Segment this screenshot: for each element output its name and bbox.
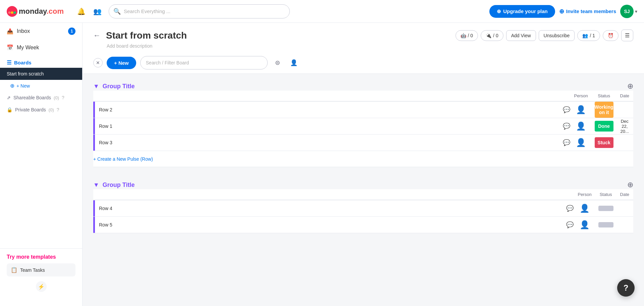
comment-icon[interactable]: 💬	[566, 221, 574, 228]
sidebar-item-inbox[interactable]: 📥 Inbox 1	[0, 23, 82, 40]
search-bar: 🔍	[109, 4, 290, 18]
group-2-chevron[interactable]: ▼	[93, 182, 99, 189]
row-status-cell[interactable]: Stuck	[592, 135, 616, 151]
activity-button[interactable]: ⏰	[603, 30, 619, 41]
sidebar-item-shareable-boards[interactable]: ⇗ Shareable Boards (0) ?	[0, 92, 82, 104]
row-status-cell[interactable]	[596, 200, 616, 217]
row-person-cell[interactable]: 👤	[570, 135, 592, 151]
close-filter-button[interactable]: ✕	[93, 58, 103, 67]
group-2-table-header-row: Person Status Date	[93, 189, 633, 200]
group-1: ▼ Group Title ⊕ Person Status Date	[93, 82, 633, 167]
group-1-title[interactable]: Group Title	[103, 83, 135, 90]
automations-button[interactable]: 🤖 / 0	[455, 30, 478, 41]
row-person-cell[interactable]: 👤	[574, 217, 595, 233]
group-2-title[interactable]: Group Title	[103, 182, 135, 189]
row-name: Row 5	[99, 222, 564, 227]
board-toolbar: ✕ + New ⊜ 👤	[83, 52, 633, 73]
row-person-cell[interactable]: 👤	[570, 118, 592, 135]
template-team-tasks[interactable]: 📋 Team Tasks	[7, 263, 75, 276]
help-fab-button[interactable]: ?	[617, 279, 635, 297]
unsubscribe-button[interactable]: Unsubscribe	[539, 30, 575, 41]
date-value: Dec 22, 20...	[619, 119, 631, 134]
logo-text: monday.com	[19, 7, 64, 16]
row-name: Row 2	[99, 107, 560, 112]
template-item-label: Team Tasks	[20, 267, 45, 273]
avatar-wrap: SJ ▾	[620, 5, 637, 18]
col-header-status: Status	[596, 189, 616, 200]
svg-point-2	[11, 11, 13, 14]
row-date-cell[interactable]	[616, 217, 633, 233]
integrations-label: / 0	[493, 33, 498, 38]
col-header-status: Status	[592, 91, 616, 101]
private-help-icon[interactable]: ?	[57, 107, 59, 112]
sidebar: 📥 Inbox 1 📅 My Week ☰ Boards Start from …	[0, 23, 83, 306]
integrations-button[interactable]: 🔌 / 0	[481, 30, 503, 41]
row-person-cell[interactable]: 👤	[570, 101, 592, 118]
try-templates-title: Try more templates	[7, 254, 75, 260]
comment-icon[interactable]: 💬	[566, 205, 574, 212]
upgrade-label: Upgrade your plan	[503, 8, 548, 14]
new-board-icon: ⊕	[10, 83, 14, 89]
more-options-button[interactable]: ☰	[621, 30, 633, 41]
search-filter-input[interactable]	[140, 56, 268, 69]
new-item-button[interactable]: + New	[107, 57, 136, 69]
group-2-add-column[interactable]: ⊕	[627, 181, 633, 189]
board-header: ← Start from scratch 🤖 / 0 🔌 / 0 Add Vie…	[83, 23, 644, 74]
inbox-icon: 📥	[7, 28, 13, 35]
row-status-cell[interactable]: Done	[592, 118, 616, 135]
shareable-count: (0)	[54, 95, 59, 100]
group-1-chevron[interactable]: ▼	[93, 83, 99, 90]
notifications-button[interactable]: 🔔	[75, 5, 87, 17]
back-button[interactable]: ←	[93, 31, 101, 40]
board-header-top: ← Start from scratch 🤖 / 0 🔌 / 0 Add Vie…	[93, 30, 633, 41]
search-input[interactable]	[109, 4, 290, 18]
sidebar-active-board[interactable]: Start from scratch	[0, 68, 82, 80]
row-name: Row 1	[99, 123, 560, 129]
upgrade-button[interactable]: ⊕ Upgrade your plan	[489, 5, 555, 18]
person-filter-button[interactable]: 👤	[288, 57, 300, 69]
persons-button[interactable]: 👥 / 1	[577, 30, 600, 41]
group-1-add-column[interactable]: ⊕	[627, 82, 633, 91]
avatar-caret-icon[interactable]: ▾	[635, 9, 637, 14]
table-row: Row 4 💬 👤	[93, 200, 633, 217]
row-status-cell[interactable]	[596, 217, 616, 233]
row-border	[93, 217, 95, 233]
status-badge: Done	[595, 121, 613, 132]
row-name-cell: Row 5 💬	[93, 217, 574, 233]
row-date-cell[interactable]	[616, 101, 633, 118]
search-icon: 🔍	[113, 8, 121, 15]
person-avatar-icon: 👤	[576, 220, 593, 230]
sidebar-item-myweek[interactable]: 📅 My Week	[0, 40, 82, 55]
add-view-button[interactable]: Add View	[506, 30, 536, 41]
shareable-help-icon[interactable]: ?	[62, 95, 64, 100]
content-area: ← Start from scratch 🤖 / 0 🔌 / 0 Add Vie…	[83, 23, 644, 306]
invite-button[interactable]: ⊕ Invite team members	[559, 8, 616, 15]
boards-label: Boards	[14, 60, 32, 65]
sidebar-item-private-boards[interactable]: 🔒 Private Boards (0) ?	[0, 104, 82, 116]
row-date-cell[interactable]	[616, 135, 633, 151]
row-border	[93, 102, 95, 118]
row-name-cell: Row 2 💬	[93, 101, 570, 118]
row-date-cell[interactable]: Dec 22, 20...	[616, 118, 633, 135]
create-row[interactable]: + Create a New Pulse (Row)	[93, 151, 633, 167]
comment-icon[interactable]: 💬	[563, 106, 570, 113]
inbox-label: Inbox	[17, 28, 30, 34]
lightning-button[interactable]: ⚡	[36, 281, 47, 292]
comment-icon[interactable]: 💬	[563, 122, 570, 130]
svg-point-1	[8, 11, 10, 14]
create-pulse-button[interactable]: + Create a New Pulse (Row)	[93, 151, 633, 167]
new-board-button[interactable]: ⊕ + New	[0, 80, 82, 92]
person-avatar-icon: 👤	[573, 105, 589, 114]
row-date-cell[interactable]	[616, 200, 633, 217]
share-icon: ⇗	[7, 95, 11, 100]
people-button[interactable]: 👥	[91, 5, 103, 17]
sidebar-boards-section[interactable]: ☰ Boards	[0, 55, 82, 68]
board-actions: 🤖 / 0 🔌 / 0 Add View Unsubscribe 👥 / 1	[455, 30, 633, 41]
comment-icon[interactable]: 💬	[563, 139, 570, 146]
filter-button[interactable]: ⊜	[272, 57, 284, 69]
row-person-cell[interactable]: 👤	[574, 200, 595, 217]
person-avatar-icon: 👤	[576, 204, 593, 213]
row-status-cell[interactable]: Working on it	[592, 101, 616, 118]
col-header-name	[93, 189, 574, 200]
avatar[interactable]: SJ	[620, 5, 634, 18]
